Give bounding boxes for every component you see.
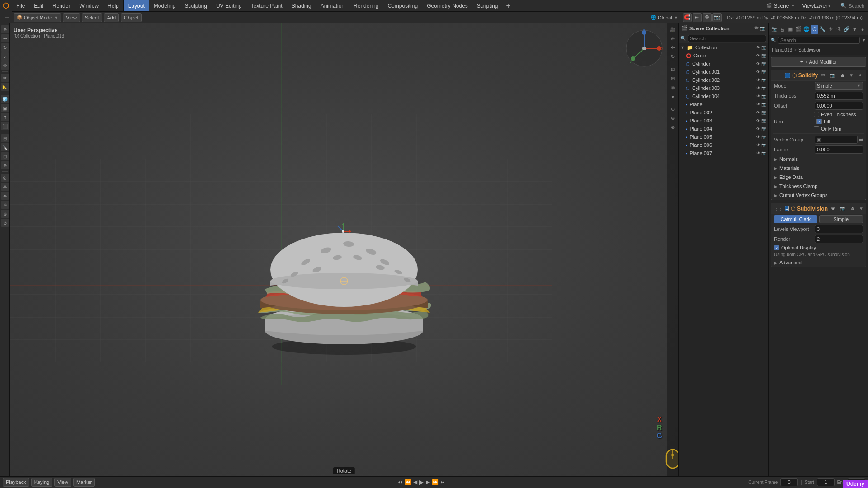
pl007-vis-icon[interactable]: 👁 xyxy=(756,151,760,155)
pl003-ren-icon[interactable]: 📷 xyxy=(761,118,766,123)
navigation-gizmo[interactable]: Z X Y xyxy=(624,28,665,69)
solidify-realtime-vis-icon[interactable]: 🖥 xyxy=(839,73,846,78)
optimal-display-checkbox[interactable] xyxy=(774,245,779,250)
push-pull-btn[interactable]: ⊜ xyxy=(1,210,9,218)
prop-tab-object[interactable]: ⬡ xyxy=(811,25,818,34)
add-modifier-button[interactable]: + + Add Modifier xyxy=(771,57,866,67)
view-menu-btn-timeline[interactable]: View xyxy=(54,478,71,487)
blender-logo[interactable]: ⬡ xyxy=(0,0,12,12)
solidify-normals-section[interactable]: ▶ Normals xyxy=(771,155,866,164)
cyl-vis-icon[interactable]: 👁 xyxy=(756,61,760,66)
loop-cut-btn[interactable]: ⊟ xyxy=(1,134,9,142)
view-layer-selector[interactable]: ViewLayer ▼ xyxy=(798,3,835,9)
prop-tab-particles[interactable]: ✳ xyxy=(827,25,834,34)
cyl003-ren-icon[interactable]: 📷 xyxy=(761,86,766,90)
tab-shading[interactable]: Shading xyxy=(287,0,316,11)
subdiv-render-input[interactable]: 2 xyxy=(815,235,863,243)
plane-vis-icon[interactable]: 👁 xyxy=(756,102,760,107)
select-menu-btn[interactable]: Select xyxy=(82,13,102,22)
outliner-plane002-item[interactable]: ▪ Plane.002 👁 📷 xyxy=(679,108,768,117)
restrict-viewport-icon[interactable]: 👁 xyxy=(754,26,759,31)
start-frame-input[interactable]: 1 xyxy=(817,478,835,486)
outliner-plane005-item[interactable]: ▪ Plane.005 👁 📷 xyxy=(679,133,768,141)
plane-ren-icon[interactable]: 📷 xyxy=(761,102,766,107)
solidify-viewport-vis-icon[interactable]: 👁 xyxy=(820,73,827,78)
solidify-delete-icon[interactable]: ✕ xyxy=(857,73,863,78)
add-mesh-btn[interactable]: ▣ xyxy=(1,104,9,112)
keying-menu-btn[interactable]: Keying xyxy=(31,478,53,487)
pl004-ren-icon[interactable]: 📷 xyxy=(761,127,766,131)
outliner-plane007-item[interactable]: ▪ Plane.007 👁 📷 xyxy=(679,149,768,157)
solidify-materials-section[interactable]: ▶ Materials xyxy=(771,164,866,173)
menu-render[interactable]: Render xyxy=(48,0,75,11)
pl005-vis-icon[interactable]: 👁 xyxy=(756,135,760,139)
next-frame-icon[interactable]: ⏩ xyxy=(432,479,439,485)
skip-to-end-icon[interactable]: ⏭ xyxy=(440,479,446,485)
skip-to-start-icon[interactable]: ⏮ xyxy=(397,479,403,485)
tab-uv-editing[interactable]: UV Editing xyxy=(212,0,246,11)
rotate-tool-btn[interactable]: ↻ xyxy=(1,43,9,52)
outliner-search-input[interactable] xyxy=(688,35,766,42)
view-all-icon[interactable]: ⊡ xyxy=(669,65,677,73)
pl006-vis-icon[interactable]: 👁 xyxy=(756,143,760,147)
pl006-ren-icon[interactable]: 📷 xyxy=(761,143,766,147)
cyl001-vis-icon[interactable]: 👁 xyxy=(756,70,760,74)
only-rim-checkbox[interactable] xyxy=(814,126,819,131)
cyl002-vis-icon[interactable]: 👁 xyxy=(756,78,760,82)
zoom-region-icon[interactable]: ⊕ xyxy=(669,34,677,42)
tab-scripting[interactable]: Scripting xyxy=(472,0,503,11)
scale-tool-btn[interactable]: ⤢ xyxy=(1,52,9,61)
slide-relax-btn[interactable]: ⇔ xyxy=(1,192,9,200)
solidify-output-vg-section[interactable]: ▶ Output Vertex Groups xyxy=(771,191,866,200)
solidify-thickness-clamp-section[interactable]: ▶ Thickness Clamp xyxy=(771,182,866,191)
prop-tab-world[interactable]: 🌐 xyxy=(803,25,810,34)
shear-btn[interactable]: ⊘ xyxy=(1,219,9,227)
pl007-ren-icon[interactable]: 📷 xyxy=(761,151,766,155)
properties-search-input[interactable] xyxy=(778,37,860,44)
search-label[interactable]: Search xyxy=(849,3,864,9)
pl002-ren-icon[interactable]: 📷 xyxy=(761,110,766,115)
collection-visible-icon[interactable]: 👁 xyxy=(756,45,760,50)
prop-tab-output[interactable]: 🖨 xyxy=(779,25,786,34)
solidify-apply-icon[interactable]: ▼ xyxy=(848,73,855,78)
tab-geometry-nodes[interactable]: Geometry Nodes xyxy=(422,0,472,11)
even-thickness-checkbox[interactable] xyxy=(814,112,819,117)
xray-icon[interactable]: ⊗ xyxy=(669,123,677,131)
play-icon[interactable]: ▶ xyxy=(419,479,424,486)
pl005-ren-icon[interactable]: 📷 xyxy=(761,135,766,139)
outliner-plane006-item[interactable]: ▪ Plane.006 👁 📷 xyxy=(679,141,768,149)
view-menu-btn[interactable]: View xyxy=(63,13,80,22)
tab-layout[interactable]: Layout xyxy=(124,0,149,11)
move-tool-btn[interactable]: ✢ xyxy=(1,34,9,42)
global-transform-label[interactable]: Global xyxy=(658,15,672,20)
pl002-vis-icon[interactable]: 👁 xyxy=(756,110,760,115)
solidify-enabled-checkbox[interactable] xyxy=(785,73,790,78)
shrink-fatten-btn[interactable]: ⊛ xyxy=(1,201,9,209)
tab-modeling[interactable]: Modeling xyxy=(149,0,180,11)
render-preview-icon[interactable]: ◎ xyxy=(669,83,677,91)
add-workspace-tab[interactable]: + xyxy=(503,0,514,11)
restrict-render-icon[interactable]: 📷 xyxy=(760,26,765,31)
cyl001-ren-icon[interactable]: 📷 xyxy=(761,70,766,74)
object-mode-selector[interactable]: 📦 Object Mode ▼ xyxy=(14,13,61,22)
transform-tool-btn[interactable]: ✙ xyxy=(1,61,9,70)
scene-selector[interactable]: 🎬 Scene ▼ xyxy=(763,3,798,9)
breadcrumb-plane013[interactable]: Plane.013 xyxy=(772,47,792,52)
cyl004-vis-icon[interactable]: 👁 xyxy=(756,94,760,99)
rotate-view-icon[interactable]: ↻ xyxy=(669,52,677,61)
bisect-btn[interactable]: ⊡ xyxy=(1,152,9,160)
tab-texture-paint[interactable]: Texture Paint xyxy=(246,0,287,11)
wireframe-view-icon[interactable]: ⊙ xyxy=(669,105,677,113)
solidify-factor-input[interactable]: 0.000 xyxy=(815,145,863,154)
prop-tab-modifiers[interactable]: 🔧 xyxy=(819,25,826,34)
menu-window[interactable]: Window xyxy=(75,0,103,11)
local-view-icon[interactable]: ⊞ xyxy=(669,74,677,82)
pl004-vis-icon[interactable]: 👁 xyxy=(756,127,760,131)
measure-tool-btn[interactable]: 📐 xyxy=(1,83,9,91)
prop-tab-physics[interactable]: ⚗ xyxy=(835,25,842,34)
outliner-plane003-item[interactable]: ▪ Plane.003 👁 📷 xyxy=(679,117,768,125)
outliner-cylinder002-item[interactable]: ⬡ Cylinder.002 👁 📷 xyxy=(679,76,768,84)
knife-btn[interactable]: 🔪 xyxy=(1,143,9,151)
solidify-vg-swap-icon[interactable]: ⇌ xyxy=(859,137,863,143)
properties-filter-icon[interactable]: ▼ xyxy=(862,38,866,42)
